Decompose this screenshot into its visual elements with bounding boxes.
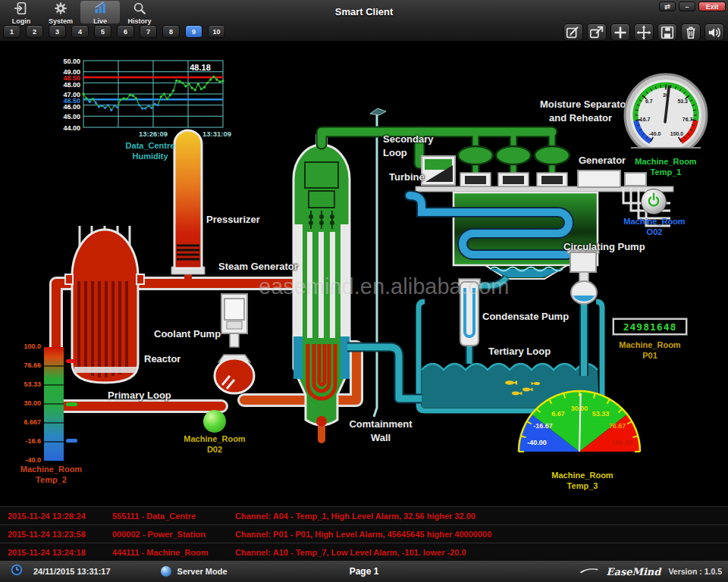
bar-chart-icon <box>93 1 108 19</box>
label-primary-loop: Primary Loop <box>108 390 171 401</box>
speaker-icon[interactable] <box>704 23 724 41</box>
alarm-row-2[interactable]: 2015-11-24 13:23:58 000002 - Power_Stati… <box>0 524 728 543</box>
watermark-text: easemind.en.alibaba.com <box>259 274 509 299</box>
page-button-9[interactable]: 9 <box>185 25 202 38</box>
digital-display-p01: 24981648 <box>613 318 687 335</box>
temp3-label-line1: Machine_Room <box>529 470 635 480</box>
alarm-row-3[interactable]: 2015-11-24 13:24:18 444111 - Machine_Roo… <box>0 543 728 561</box>
bar-tick-30: 30.00 <box>11 399 41 407</box>
page-buttons: 1 2 3 4 5 6 7 8 9 10 <box>3 25 225 38</box>
label-moisture-2: and Reheator <box>549 112 612 124</box>
exit-button[interactable]: Exit <box>698 2 726 11</box>
label-steam-generator: Steam Generator <box>218 261 298 272</box>
indicator-label: Machine_Room D02 <box>173 433 256 455</box>
status-right: EaseMind Version : 1.0.5 <box>579 565 722 578</box>
page-button-2[interactable]: 2 <box>26 25 43 38</box>
o02-label-line1: Machine_Room <box>610 216 699 227</box>
save-icon[interactable] <box>657 23 677 41</box>
power-icon <box>642 189 666 214</box>
svg-text:48.00: 48.00 <box>63 81 80 89</box>
label-containment-1: Comtainment <box>343 418 419 430</box>
svg-text:6.7: 6.7 <box>645 99 653 104</box>
temp1-label-line2: Temp_1 <box>620 167 711 177</box>
alarm-time: 2015-11-24 13:24:18 <box>0 548 112 557</box>
trend-y-axis: 50.00 49.00 48.50 48.00 47.00 46.50 46.0… <box>63 58 80 132</box>
edit-icon[interactable] <box>563 23 583 41</box>
app-title: Smart Client <box>335 6 394 17</box>
bar-tick-76: 76.66 <box>11 361 41 369</box>
svg-text:-16.67: -16.67 <box>533 422 553 430</box>
page-button-6[interactable]: 6 <box>117 25 134 38</box>
digital-display-label: Machine_Room P01 <box>605 340 695 361</box>
label-moisture-1: Moisture Separator <box>540 99 629 110</box>
power-switch-label: Machine_Room O02 <box>610 216 699 237</box>
label-reactor: Reactor <box>144 353 180 365</box>
svg-text:Humidity: Humidity <box>132 152 168 161</box>
nav-history[interactable]: History <box>120 1 159 23</box>
status-bar: 24/11/2015 13:31:17 Server Mode Page 1 E… <box>0 561 728 582</box>
label-circulating-pump: Circulating Pump <box>563 241 645 252</box>
svg-text:53.33: 53.33 <box>592 410 610 418</box>
bar-tick-6: 6.667 <box>11 418 41 426</box>
page-button-10[interactable]: 10 <box>208 25 225 38</box>
power-switch-o02[interactable] <box>641 189 667 214</box>
p01-label-line1: Machine_Room <box>605 340 695 350</box>
trend-title: Data_Centre Humidity <box>126 141 175 161</box>
temp2-bar-label: Machine_Room Temp_2 <box>0 464 102 485</box>
alarm-source: 555111 - Data_Centre <box>112 512 235 521</box>
alarm-message: Channel: A04 - Temp_1, High Level Alarm,… <box>235 512 728 521</box>
humidity-trend-chart: 50.00 49.00 48.50 48.00 47.00 46.50 46.0… <box>52 58 241 167</box>
login-door-icon <box>14 1 29 19</box>
p01-label-line2: P01 <box>605 350 695 361</box>
export-icon[interactable] <box>587 23 607 41</box>
page-button-4[interactable]: 4 <box>71 25 89 38</box>
move-icon[interactable] <box>634 23 654 41</box>
label-turbine: Turbine <box>389 171 425 183</box>
bar-divider <box>44 365 64 367</box>
brand-logo: EaseMind <box>607 566 661 577</box>
temp1-gauge: -40.0 -16.7 6.7 30 53.3 76.7 100.0 <box>623 71 708 156</box>
page-button-8[interactable]: 8 <box>162 25 180 38</box>
svg-text:Data_Centre: Data_Centre <box>126 141 175 150</box>
add-icon[interactable] <box>610 23 630 41</box>
alarm-row-1[interactable]: 2015-11-24 13:28:24 555111 - Data_Centre… <box>0 506 728 524</box>
alarm-time: 2015-11-24 13:23:58 <box>0 530 112 539</box>
label-secondary-loop-2: Loop <box>383 147 407 158</box>
delete-icon[interactable] <box>681 23 701 41</box>
nav-login[interactable]: Login <box>2 1 41 23</box>
nav-system-label: System <box>49 17 73 25</box>
bar-marker-high <box>66 359 77 363</box>
svg-text:-40.00: -40.00 <box>527 439 547 446</box>
nav-live-label: Live <box>93 17 107 25</box>
label-generator: Generator <box>579 155 626 166</box>
server-mode-icon <box>161 566 171 577</box>
status-mode: Server Mode <box>177 567 228 576</box>
bar-divider <box>44 384 64 386</box>
label-containment-2: Wall <box>343 432 419 443</box>
nav-system[interactable]: System <box>41 1 80 23</box>
page-button-1[interactable]: 1 <box>3 25 20 38</box>
clock-icon <box>11 564 23 579</box>
label-coolant-pump: Coolant Pump <box>154 328 221 340</box>
smart-client-window: Login System Live History Smar <box>0 0 728 582</box>
svg-text:76.67: 76.67 <box>609 422 626 430</box>
svg-text:44.00: 44.00 <box>63 124 80 132</box>
page-button-3[interactable]: 3 <box>49 25 66 38</box>
bar-marker-mid <box>66 402 77 406</box>
nav-history-label: History <box>127 17 151 25</box>
alarm-message: Channel: P01 - P01, High Level Alarm, 45… <box>235 530 728 539</box>
nav-live[interactable]: Live <box>80 1 120 23</box>
svg-text:-16.7: -16.7 <box>638 117 650 122</box>
page-button-7[interactable]: 7 <box>140 25 157 38</box>
d02-label-line1: Machine_Room <box>173 433 256 444</box>
page-button-5[interactable]: 5 <box>94 25 111 38</box>
minimize-icon[interactable]: – <box>679 2 695 11</box>
alarm-time: 2015-11-24 13:28:24 <box>0 512 112 521</box>
label-condensate-pump: Condensate Pump <box>482 311 569 322</box>
bar-tick-m16: -16.6 <box>11 437 41 445</box>
refresh-icon[interactable]: ⇄ <box>659 2 676 11</box>
svg-text:53.3: 53.3 <box>677 99 688 104</box>
svg-text:6.67: 6.67 <box>551 410 565 418</box>
bar-marker-low <box>66 439 77 443</box>
moisture-separators <box>458 146 570 164</box>
